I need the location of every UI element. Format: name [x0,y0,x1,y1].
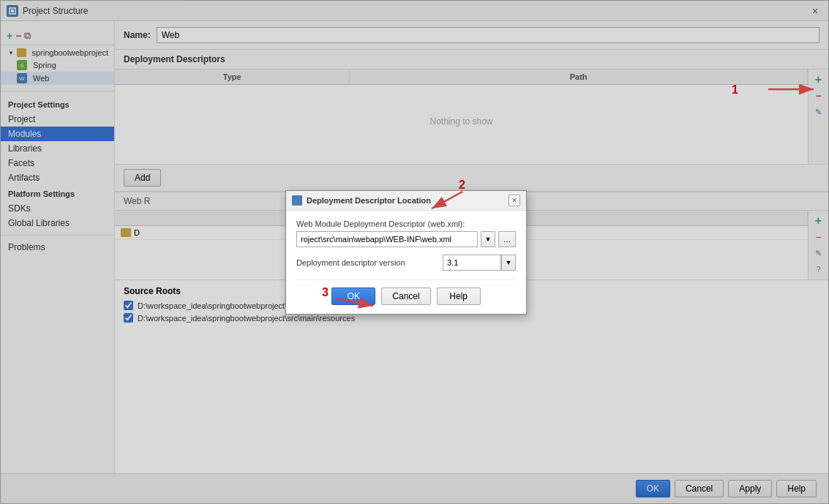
add-button[interactable]: Add [124,169,161,187]
help-wr-button[interactable]: ? [811,262,826,277]
deployment-descriptors-section: Deployment Descriptors Type Path Nothing… [115,50,828,165]
title-bar-icon [7,5,18,17]
remove-wr-button[interactable]: − [811,230,826,244]
tree-label-spring: Spring [33,61,56,69]
modal-browse-button[interactable]: … [498,231,516,247]
modal-ok-button[interactable]: OK [331,287,375,305]
name-input[interactable] [157,27,819,43]
modal-cancel-button[interactable]: Cancel [381,287,430,305]
name-label: Name: [124,30,151,40]
modal-version-label: Deployment descriptor version [296,258,437,267]
modal-path-row: ▼ … [296,231,516,247]
module-tree: ▼ springbootwebproject S Spring W Web [1,45,114,86]
remove-dd-button[interactable]: − [811,89,826,103]
modal-version-dropdown[interactable]: ▼ [501,255,516,271]
project-settings-label: Project Settings [1,96,114,112]
modal-path-input[interactable] [296,231,478,247]
sidebar-item-libraries[interactable]: Libraries [1,141,114,156]
copy-module-button[interactable]: ⧉ [24,30,31,42]
sidebar-item-problems[interactable]: Problems [1,240,114,255]
empty-message: Nothing to show [115,85,808,158]
add-dd-button[interactable]: + [811,72,826,87]
deployment-descriptors-header: Deployment Descriptors [115,50,828,69]
source-root-path-2: D:\workspace_idea\springbootwebproject\s… [138,314,355,323]
modal-close-button[interactable]: × [509,195,520,206]
sidebar-item-facets[interactable]: Facets [1,156,114,170]
source-root-checkbox-1[interactable] [124,301,133,310]
modal-version-row: Deployment descriptor version ▼ [296,255,516,271]
tree-item-spring[interactable]: S Spring [1,59,114,72]
tree-item-root[interactable]: ▼ springbootwebproject [1,47,114,59]
sidebar-item-global-libraries[interactable]: Global Libraries [1,216,114,230]
modal-version-input[interactable] [443,255,501,271]
close-button[interactable]: × [808,4,822,18]
modal-version-select: ▼ [443,255,516,271]
help-button-main[interactable]: Help [776,480,817,497]
modal-help-button[interactable]: Help [437,287,481,305]
apply-button[interactable]: Apply [728,480,772,497]
sidebar-item-artifacts[interactable]: Artifacts [1,170,114,185]
tree-label-root: springbootwebproject [31,48,108,57]
sidebar: + − ⧉ ▼ springbootwebproject S Spring W … [1,21,115,473]
platform-settings-label: Platform Settings [1,185,114,201]
sidebar-item-sdks[interactable]: SDKs [1,201,114,216]
svg-rect-1 [11,10,14,12]
title-bar-text: Project Structure [23,6,808,16]
edit-wr-button[interactable]: ✎ [811,246,826,260]
col-type: Type [115,69,350,84]
add-wr-button[interactable]: + [811,214,826,228]
remove-module-button[interactable]: − [15,30,21,42]
edit-dd-button[interactable]: ✎ [811,105,826,119]
deployment-descriptors-content: Type Path Nothing to show [115,69,808,164]
module-icon: W [17,73,27,83]
spring-icon: S [17,60,27,70]
tree-item-web[interactable]: W Web [1,72,114,85]
add-module-button[interactable]: + [7,30,12,42]
sidebar-item-project[interactable]: Project [1,112,114,127]
modal-body: Web Module Deployment Descriptor (web.xm… [286,211,526,314]
modal-title-text: Deployment Descriptor Location [307,196,509,205]
cancel-button-main[interactable]: Cancel [675,480,724,497]
modal-footer: OK Cancel Help [296,279,516,305]
folder-icon-sm [121,228,131,237]
web-roots-label: Web R [124,196,150,206]
folder-icon [17,48,27,57]
modal-path-dropdown[interactable]: ▼ [481,231,495,247]
tree-arrow: ▼ [7,48,15,57]
col-path: Path [350,69,808,84]
deployment-descriptors-panel: Type Path Nothing to show + − ✎ [115,69,828,165]
tree-label-web: Web [33,74,49,83]
web-roots-folder-label: D [134,228,140,237]
side-buttons-dd: + − ✎ [808,69,828,164]
table-header: Type Path [115,69,808,85]
bottom-bar: OK Cancel Apply Help [1,473,828,503]
modal-deployment-descriptor: Deployment Descriptor Location × Web Mod… [285,190,527,315]
title-bar: Project Structure × [1,1,828,21]
modal-web-module-label: Web Module Deployment Descriptor (web.xm… [296,219,516,228]
ok-button-main[interactable]: OK [636,480,670,497]
modal-title-bar: Deployment Descriptor Location × [286,191,526,211]
sidebar-item-modules[interactable]: Modules [1,127,114,141]
modal-title-icon [292,195,302,206]
source-root-checkbox-2[interactable] [124,313,133,323]
name-bar: Name: [115,21,828,50]
side-buttons-wr: + − ✎ ? [808,211,828,279]
